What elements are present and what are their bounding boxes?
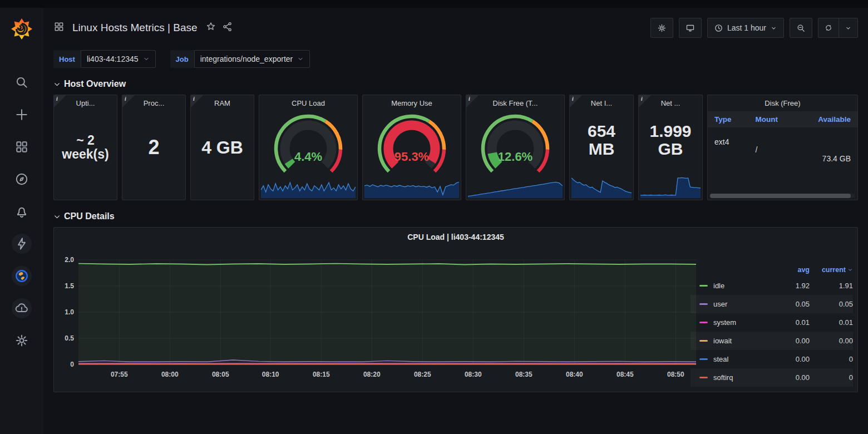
svg-text:08:00: 08:00: [161, 371, 179, 378]
alerting-bell-icon[interactable]: [12, 201, 32, 221]
disk-table-body: ext4/73.4 GB: [708, 127, 857, 165]
panel-title[interactable]: Disk (Free): [708, 95, 857, 107]
legend-current-value: 0: [810, 355, 853, 363]
variable-host-value: li403-44:12345: [87, 55, 139, 63]
panel-title[interactable]: CPU Load: [259, 95, 357, 107]
refresh-button[interactable]: [818, 18, 839, 37]
info-corner-icon[interactable]: i: [122, 95, 135, 107]
refresh-icon: [824, 23, 833, 32]
legend-row: idle1.921.91: [691, 277, 853, 295]
ram-value: 4 GB: [191, 95, 254, 200]
search-icon[interactable]: [12, 72, 32, 92]
legend-current-value: 0.00: [810, 337, 853, 345]
chevron-down-icon: [53, 81, 61, 88]
nav-sidebar: [0, 8, 43, 434]
world-app-globe-icon[interactable]: [12, 266, 32, 286]
legend-series-name[interactable]: steal: [713, 355, 777, 363]
column-header-mount[interactable]: Mount: [756, 115, 801, 124]
refresh-split-button: [818, 18, 858, 38]
variable-job-value: integrations/node_exporter: [200, 55, 293, 63]
series-color-dash-icon: [699, 303, 708, 305]
kiosk-mode-button[interactable]: [679, 18, 702, 38]
svg-text:08:15: 08:15: [313, 371, 330, 378]
svg-text:08:10: 08:10: [262, 371, 279, 378]
legend-series-name[interactable]: idle: [713, 282, 777, 290]
svg-text:08:35: 08:35: [515, 371, 532, 378]
share-icon[interactable]: [222, 21, 233, 34]
chevron-down-icon: [770, 24, 777, 32]
section-host-overview[interactable]: Host Overview: [53, 79, 126, 89]
time-range-label: Last 1 hour: [727, 23, 766, 32]
cloud-alert-icon[interactable]: [12, 298, 32, 318]
scrollbar-thumb[interactable]: [710, 194, 851, 198]
section-cpu-details[interactable]: CPU Details: [53, 211, 115, 221]
info-corner-icon[interactable]: i: [570, 95, 582, 107]
uptime-value: ~ 2 week(s): [54, 95, 117, 200]
column-header-available[interactable]: Available: [800, 115, 851, 124]
dashboard-main: Linux Hosts Metrics | Base: [43, 8, 868, 434]
legend-header: avg current: [691, 263, 853, 277]
info-corner-icon[interactable]: i: [466, 95, 479, 107]
zoom-out-button[interactable]: [790, 18, 812, 38]
legend-avg-value: 0.01: [777, 318, 810, 327]
svg-text:95.3%: 95.3%: [394, 150, 429, 164]
table-row: ext4/73.4 GB: [708, 127, 857, 165]
svg-text:4.4%: 4.4%: [294, 150, 322, 164]
svg-text:0.5: 0.5: [65, 334, 74, 342]
settings-gear-icon[interactable]: [12, 331, 32, 351]
svg-text:08:20: 08:20: [363, 371, 381, 378]
create-plus-icon[interactable]: [12, 105, 32, 125]
info-corner-icon[interactable]: i: [191, 95, 203, 107]
legend-sort-current[interactable]: current: [810, 266, 853, 274]
table-cell: 73.4 GB: [800, 130, 851, 163]
series-color-dash-icon: [699, 358, 708, 360]
legend-avg-value: 0.00: [777, 373, 810, 382]
legend-series-name[interactable]: iowait: [713, 337, 777, 345]
memory-use-sparkline: [364, 175, 459, 198]
panel-net-out: i Net ... 1.999 GB: [638, 95, 703, 200]
panel-net-in: i Net I... 654 MB: [569, 95, 634, 200]
net-in-sparkline: [571, 171, 632, 198]
svg-text:1.5: 1.5: [65, 282, 74, 290]
dashboard-settings-button[interactable]: [650, 18, 673, 38]
dashboard-grid-icon[interactable]: [53, 21, 65, 34]
chart-title[interactable]: CPU Load | li403-44:12345: [54, 228, 857, 241]
disk-table-header: Type Mount Available: [708, 111, 857, 127]
legend-series-name[interactable]: softirq: [713, 373, 777, 382]
time-range-picker[interactable]: Last 1 hour: [707, 18, 784, 38]
legend-avg-value: 0.05: [777, 300, 810, 308]
legend-current-value: 0: [810, 373, 853, 382]
table-cell: ext4: [714, 130, 756, 163]
legend-series-name[interactable]: system: [713, 318, 777, 327]
dashboard-header: Linux Hosts Metrics | Base: [53, 8, 858, 48]
refresh-interval-dropdown[interactable]: [839, 18, 857, 37]
panel-processes: i Proc... 2: [122, 95, 186, 200]
lightning-icon[interactable]: [12, 234, 32, 254]
horizontal-scrollbar: [710, 194, 855, 198]
legend-row: system0.010.01: [691, 313, 853, 332]
chevron-down-icon: [53, 213, 61, 220]
panel-cpu-load-chart: CPU Load | li403-44:12345 00.51.01.52.00…: [53, 227, 858, 392]
legend-sort-avg[interactable]: avg: [777, 266, 810, 274]
variable-host-select[interactable]: li403-44:12345: [81, 50, 156, 68]
page-title: Linux Hosts Metrics | Base: [72, 22, 198, 34]
info-corner-icon[interactable]: i: [54, 95, 66, 107]
panel-title[interactable]: Disk Free (T...: [466, 95, 564, 107]
section-cpu-details-label: CPU Details: [64, 211, 115, 221]
svg-text:08:30: 08:30: [465, 371, 482, 378]
column-header-type[interactable]: Type: [714, 115, 756, 124]
explore-compass-icon[interactable]: [12, 169, 32, 189]
panel-uptime: i Upti... ~ 2 week(s): [53, 95, 117, 200]
dashboards-grid-icon[interactable]: [12, 137, 32, 157]
info-corner-icon[interactable]: i: [639, 95, 651, 107]
variable-job-select[interactable]: integrations/node_exporter: [194, 50, 310, 68]
star-icon[interactable]: [205, 21, 216, 34]
grafana-logo-icon[interactable]: [9, 17, 34, 41]
series-color-dash-icon: [699, 340, 708, 342]
legend-row: iowait0.000.00: [691, 332, 853, 350]
svg-text:1.0: 1.0: [65, 308, 74, 316]
table-cell: /: [756, 130, 801, 163]
panel-title[interactable]: Memory Use: [363, 95, 461, 107]
legend-series-name[interactable]: user: [713, 300, 777, 308]
svg-text:12.6%: 12.6%: [498, 150, 532, 164]
